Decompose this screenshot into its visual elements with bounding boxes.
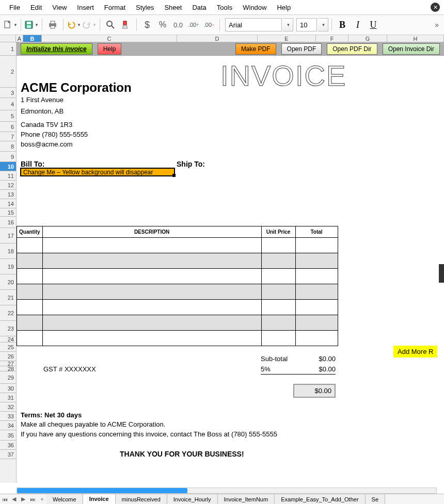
row-header-24[interactable]: 24 [0, 336, 16, 343]
column-header-E[interactable]: E [258, 35, 316, 42]
bold-button[interactable]: B [335, 18, 350, 32]
menu-data[interactable]: Data [187, 2, 211, 13]
menu-format[interactable]: Format [99, 2, 131, 13]
menu-sheet[interactable]: Sheet [159, 2, 187, 13]
sheet-tab-invoice[interactable]: Invoice [83, 494, 116, 504]
row-header-20[interactable]: 20 [0, 274, 16, 290]
menu-help[interactable]: Help [272, 2, 296, 13]
row-header-36[interactable]: 36 [0, 441, 16, 450]
column-header-F[interactable]: F [316, 35, 348, 42]
table-row[interactable] [17, 269, 338, 284]
print-button[interactable] [45, 18, 60, 32]
toolbar-overflow-button[interactable]: » [433, 21, 441, 29]
row-header-23[interactable]: 23 [0, 321, 16, 336]
row-header-34[interactable]: 34 [0, 421, 16, 430]
row-header-21[interactable]: 21 [0, 290, 16, 305]
column-header-A[interactable]: A [16, 35, 23, 42]
remove-decimal-button[interactable]: .00− [202, 18, 216, 32]
column-header-D[interactable]: D [177, 35, 258, 42]
open-pdf-dir-button[interactable]: Open PDF Dir [327, 43, 377, 55]
font-name-input[interactable]: Arial [225, 18, 282, 31]
row-header-6[interactable]: 6 [0, 122, 16, 132]
column-header-H[interactable]: H [387, 35, 444, 42]
table-row[interactable] [17, 315, 338, 331]
add-sheet-button[interactable]: ＋ [37, 494, 46, 504]
row-header-28[interactable]: 28 [0, 366, 16, 371]
row-header-14[interactable]: 14 [0, 199, 16, 208]
add-more-rows-button[interactable]: Add More R [393, 346, 437, 357]
menu-window[interactable]: Window [237, 2, 272, 13]
prev-sheet-button[interactable]: ◀ [9, 494, 19, 504]
font-name-dropdown[interactable]: ▼ [283, 18, 293, 31]
row-header-13[interactable]: 13 [0, 190, 16, 199]
menu-styles[interactable]: Styles [131, 2, 159, 13]
scrollbar-thumb[interactable] [17, 488, 187, 493]
menu-insert[interactable]: Insert [72, 2, 99, 13]
row-header-12[interactable]: 12 [0, 181, 16, 190]
row-header-29[interactable]: 29 [0, 371, 16, 384]
help-button[interactable]: Help [98, 43, 122, 55]
last-sheet-button[interactable]: ⏭ [28, 494, 37, 504]
row-header-26[interactable]: 26 [0, 352, 16, 361]
font-size-input[interactable]: 10 [296, 18, 317, 31]
row-header-30[interactable]: 30 [0, 384, 16, 393]
number-format-button[interactable]: 0.0 [171, 18, 185, 32]
row-header-33[interactable]: 33 [0, 412, 16, 421]
menu-edit[interactable]: Edit [25, 2, 47, 13]
table-row[interactable] [17, 238, 338, 253]
row-header-10[interactable]: 10 [0, 162, 16, 171]
sheet-tab-welcome[interactable]: Welcome [46, 494, 83, 504]
row-header-19[interactable]: 19 [0, 259, 16, 274]
percent-button[interactable]: % [155, 18, 170, 32]
initialize-invoice-button[interactable]: Initialize this invoice [21, 43, 92, 55]
row-header-32[interactable]: 32 [0, 402, 16, 412]
table-row[interactable] [17, 331, 338, 346]
sheet-tab-se[interactable]: Se [366, 494, 385, 504]
sheet-tab-invoice_itemnum[interactable]: Invoice_ItemNum [218, 494, 275, 504]
sheet-tab-example_easy_to_add_other[interactable]: Example_Easy_To_Add_Other [275, 494, 365, 504]
table-row[interactable] [17, 253, 338, 269]
menu-tools[interactable]: Tools [212, 2, 237, 13]
spreadsheet-cells[interactable]: Initialize this invoice Help Make PDF Op… [17, 42, 444, 483]
save-button[interactable]: ▼ [24, 18, 39, 32]
menu-view[interactable]: View [47, 2, 72, 13]
first-sheet-button[interactable]: ⏮ [0, 494, 9, 504]
column-header-B[interactable]: B [23, 35, 42, 42]
open-invoice-dir-button[interactable]: Open Invoice Dir [383, 43, 440, 55]
underline-button[interactable]: U [366, 18, 380, 32]
row-header-15[interactable]: 15 [0, 208, 16, 217]
row-header-7[interactable]: 7 [0, 132, 16, 141]
sheet-tab-invoice_hourly[interactable]: Invoice_Hourly [167, 494, 218, 504]
sheet-tab-minusreceived[interactable]: minusReceived [116, 494, 167, 504]
row-header-11[interactable]: 11 [0, 171, 16, 181]
table-row[interactable] [17, 284, 338, 300]
next-sheet-button[interactable]: ▶ [19, 494, 28, 504]
row-header-25[interactable]: 25 [0, 343, 16, 352]
undo-button[interactable]: ▼ [67, 18, 81, 32]
menu-file[interactable]: File [4, 2, 25, 13]
currency-button[interactable]: $ [140, 18, 154, 32]
row-header-16[interactable]: 16 [0, 217, 16, 228]
row-header-3[interactable]: 3 [0, 88, 16, 98]
add-decimal-button[interactable]: .00+ [186, 18, 201, 32]
select-all-corner[interactable] [0, 35, 16, 42]
row-header-35[interactable]: 35 [0, 430, 16, 441]
row-header-5[interactable]: 5 [0, 110, 16, 122]
row-header-9[interactable]: 9 [0, 152, 16, 162]
row-header-2[interactable]: 2 [0, 56, 16, 88]
open-pdf-button[interactable]: Open PDF [281, 43, 322, 55]
column-header-G[interactable]: G [348, 35, 387, 42]
make-pdf-button[interactable]: Make PDF [235, 43, 276, 55]
row-header-8[interactable]: 8 [0, 141, 16, 152]
find-button[interactable] [103, 18, 118, 32]
new-doc-button[interactable]: ▼ [3, 18, 18, 32]
row-header-17[interactable]: 17 [0, 228, 16, 243]
table-row[interactable] [17, 300, 338, 315]
row-header-37[interactable]: 37 [0, 450, 16, 459]
row-header-31[interactable]: 31 [0, 393, 16, 402]
horizontal-scrollbar[interactable] [17, 487, 437, 494]
row-header-4[interactable]: 4 [0, 98, 16, 110]
redo-button[interactable]: ▼ [82, 18, 97, 32]
sidebar-collapse-handle[interactable] [439, 264, 444, 283]
close-icon[interactable]: ✕ [431, 3, 440, 12]
